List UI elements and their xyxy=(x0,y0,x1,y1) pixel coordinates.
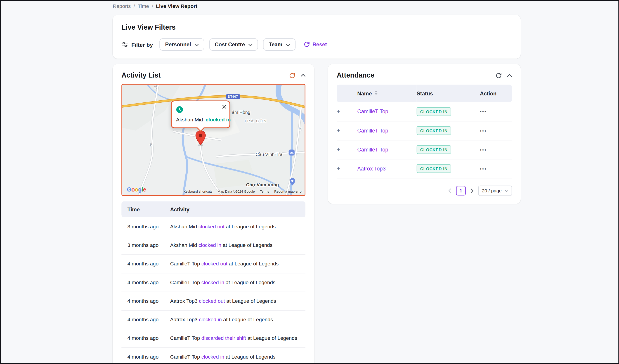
keyboard-shortcuts-link[interactable]: Keyboard shortcuts xyxy=(183,189,212,194)
page-size-value: 20 / page xyxy=(482,188,502,193)
reset-label: Reset xyxy=(312,42,327,47)
activity-row: 4 months ago CamilleT Top clocked out at… xyxy=(121,254,305,273)
reset-filters-button[interactable]: Reset xyxy=(304,41,327,48)
activity-time: 4 months ago xyxy=(121,273,170,292)
refresh-activity-icon[interactable] xyxy=(289,72,295,78)
pagination: 1 20 / page xyxy=(337,185,512,196)
next-page-icon[interactable] xyxy=(470,187,474,194)
expand-row-icon[interactable]: + xyxy=(337,127,340,133)
attendance-header-actions xyxy=(496,72,512,78)
activity-action-link[interactable]: clocked out xyxy=(198,223,225,229)
breadcrumb-time[interactable]: Time xyxy=(138,3,149,9)
popup-text: Akshan Mid clocked in xyxy=(176,117,231,123)
activity-context: at League of Legends xyxy=(229,261,279,266)
activity-action-link[interactable]: clocked out xyxy=(199,298,225,304)
activity-action-link[interactable]: clocked out xyxy=(201,261,227,266)
attendance-col-action: Action xyxy=(480,85,512,102)
activity-description: CamilleT Top clocked in at League of Leg… xyxy=(170,348,306,364)
activity-action-link[interactable]: discarded their shift xyxy=(201,335,246,341)
activity-action-link[interactable]: clocked in xyxy=(199,317,222,322)
sort-icon[interactable] xyxy=(374,90,378,97)
activity-description: Aatrox Top3 clocked in at League of Lege… xyxy=(170,310,306,329)
activity-time: 4 months ago xyxy=(121,329,170,347)
map-canvas[interactable]: DT907 32 02 32 ẩm Hồng TRÀ CÔN Cầu Vĩnh … xyxy=(121,84,305,196)
attendance-col-status: Status xyxy=(417,85,480,102)
bridge-icon xyxy=(289,150,295,155)
attendance-col-name[interactable]: Name xyxy=(357,85,417,102)
refresh-attendance-icon[interactable] xyxy=(496,72,502,78)
activity-context: at League of Legends xyxy=(226,223,276,229)
report-columns: Activity List xyxy=(113,64,521,364)
prev-page-icon[interactable] xyxy=(447,187,452,194)
activity-description: Akshan Mid clocked in at League of Legen… xyxy=(170,236,306,254)
activity-list-card: Activity List xyxy=(113,64,314,364)
activity-row: 4 months ago CamilleT Top clocked in at … xyxy=(121,348,305,364)
activity-context: at League of Legends xyxy=(226,298,276,304)
team-filter-dropdown[interactable]: Team xyxy=(263,38,295,51)
status-badge: CLOCKED IN xyxy=(417,107,451,116)
activity-actor: Akshan Mid xyxy=(170,242,197,248)
collapse-activity-icon[interactable] xyxy=(301,74,305,77)
more-actions-icon[interactable]: ••• xyxy=(480,166,487,172)
cost-centre-filter-dropdown[interactable]: Cost Centre xyxy=(209,38,258,51)
activity-action-link[interactable]: clocked in xyxy=(198,242,221,248)
activity-actor: Akshan Mid xyxy=(170,223,197,229)
close-icon[interactable] xyxy=(222,104,226,109)
activity-description: CamilleT Top clocked in at League of Leg… xyxy=(170,273,306,292)
activity-context: at League of Legends xyxy=(226,354,275,360)
activity-context: at League of Legends xyxy=(247,335,297,341)
filter-sliders-icon xyxy=(121,42,128,47)
page-size-select[interactable]: 20 / page xyxy=(478,185,512,196)
activity-time: 4 months ago xyxy=(121,348,170,364)
activity-actor: CamilleT Top xyxy=(170,354,200,360)
activity-row: 4 months ago Aatrox Top3 clocked in at L… xyxy=(121,310,305,329)
terms-link[interactable]: Terms xyxy=(260,189,269,194)
attendance-card: Attendance xyxy=(328,64,521,204)
status-badge: CLOCKED IN xyxy=(417,126,451,135)
attendance-row: + CamilleT Top CLOCKED IN ••• xyxy=(337,121,512,140)
breadcrumb-separator: / xyxy=(134,3,135,9)
attendance-table: Name Status Action + CamilleT Top xyxy=(337,85,512,178)
breadcrumb: Reports / Time / Live View Report xyxy=(113,3,521,9)
report-map-error-link[interactable]: Report a map error xyxy=(274,189,303,194)
personnel-filter-label: Personnel xyxy=(165,42,191,47)
attendance-table-header-row: Name Status Action xyxy=(337,85,512,102)
more-actions-icon[interactable]: ••• xyxy=(480,147,487,153)
team-filter-label: Team xyxy=(269,42,282,47)
attendance-name-link[interactable]: CamilleT Top xyxy=(357,109,388,114)
more-actions-icon[interactable]: ••• xyxy=(480,128,487,134)
activity-col-time: Time xyxy=(121,201,170,217)
attendance-name-link[interactable]: CamilleT Top xyxy=(357,127,388,133)
reset-icon xyxy=(304,41,310,48)
activity-description: CamilleT Top discarded their shift at Le… xyxy=(170,329,306,347)
expand-row-icon[interactable]: + xyxy=(337,166,340,171)
more-actions-icon[interactable]: ••• xyxy=(480,109,487,115)
activity-actor: CamilleT Top xyxy=(170,335,200,341)
expand-row-icon[interactable]: + xyxy=(337,108,340,114)
attendance-card-header: Attendance xyxy=(337,71,512,80)
activity-actor: CamilleT Top xyxy=(170,280,200,285)
collapse-attendance-icon[interactable] xyxy=(507,74,512,77)
personnel-filter-dropdown[interactable]: Personnel xyxy=(160,38,204,51)
activity-action-link[interactable]: clocked in xyxy=(201,354,224,360)
page-1-button[interactable]: 1 xyxy=(456,186,466,195)
attendance-name-link[interactable]: Aatrox Top3 xyxy=(357,166,386,171)
route-badge-dt907: DT907 xyxy=(226,94,240,99)
filter-by-label: Filter by xyxy=(131,41,153,48)
popup-status: clocked in xyxy=(206,117,231,123)
chevron-down-icon xyxy=(248,42,253,47)
activity-time: 3 months ago xyxy=(121,236,170,254)
attendance-title: Attendance xyxy=(337,71,374,80)
expand-row-icon[interactable]: + xyxy=(337,146,340,152)
chevron-down-icon xyxy=(195,42,199,47)
activity-row: 4 months ago CamilleT Top clocked in at … xyxy=(121,273,305,292)
map-place-label: Chợ Vàm Vòng xyxy=(246,182,279,187)
map-place-label: ẩm Hồng xyxy=(232,110,251,115)
attendance-row: + CamilleT Top CLOCKED IN ••• xyxy=(337,102,512,121)
status-badge: CLOCKED IN xyxy=(417,145,451,154)
activity-actor: CamilleT Top xyxy=(170,261,200,266)
live-view-report-page: Reports / Time / Live View Report Live V… xyxy=(0,0,619,364)
breadcrumb-reports[interactable]: Reports xyxy=(113,3,131,9)
attendance-name-link[interactable]: CamilleT Top xyxy=(357,146,388,152)
activity-action-link[interactable]: clocked in xyxy=(201,280,224,285)
